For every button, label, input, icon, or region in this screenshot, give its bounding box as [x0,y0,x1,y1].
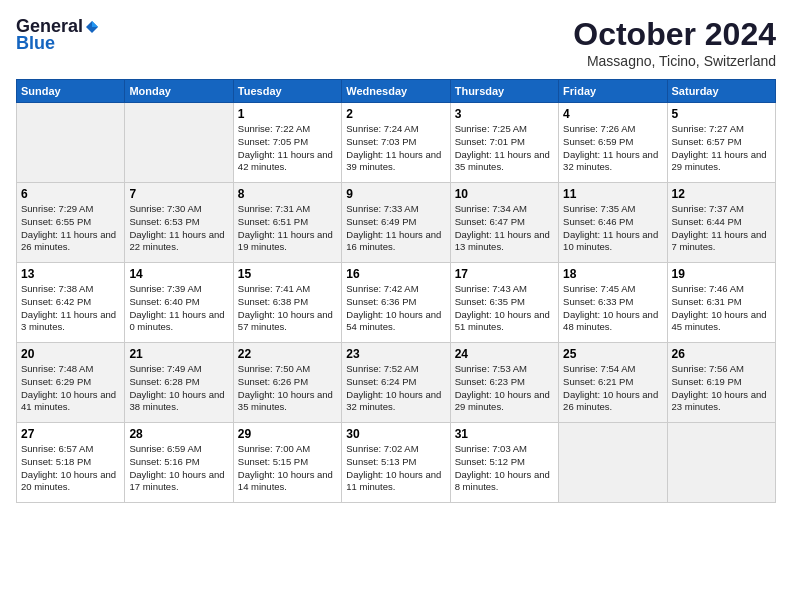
month-title: October 2024 [573,16,776,53]
day-number: 26 [672,347,771,361]
calendar-cell: 21Sunrise: 7:49 AM Sunset: 6:28 PM Dayli… [125,343,233,423]
day-number: 4 [563,107,662,121]
cell-sun-info: Sunrise: 7:29 AM Sunset: 6:55 PM Dayligh… [21,203,120,254]
logo-icon [84,19,100,35]
cell-sun-info: Sunrise: 6:59 AM Sunset: 5:16 PM Dayligh… [129,443,228,494]
logo-blue: Blue [16,33,55,54]
cell-sun-info: Sunrise: 7:38 AM Sunset: 6:42 PM Dayligh… [21,283,120,334]
day-number: 7 [129,187,228,201]
calendar-cell: 18Sunrise: 7:45 AM Sunset: 6:33 PM Dayli… [559,263,667,343]
cell-sun-info: Sunrise: 7:54 AM Sunset: 6:21 PM Dayligh… [563,363,662,414]
cell-sun-info: Sunrise: 7:30 AM Sunset: 6:53 PM Dayligh… [129,203,228,254]
calendar-week-row: 13Sunrise: 7:38 AM Sunset: 6:42 PM Dayli… [17,263,776,343]
day-number: 27 [21,427,120,441]
cell-sun-info: Sunrise: 7:27 AM Sunset: 6:57 PM Dayligh… [672,123,771,174]
cell-sun-info: Sunrise: 7:33 AM Sunset: 6:49 PM Dayligh… [346,203,445,254]
day-number: 13 [21,267,120,281]
cell-sun-info: Sunrise: 7:46 AM Sunset: 6:31 PM Dayligh… [672,283,771,334]
day-number: 31 [455,427,554,441]
day-header-wednesday: Wednesday [342,80,450,103]
calendar-cell: 12Sunrise: 7:37 AM Sunset: 6:44 PM Dayli… [667,183,775,263]
cell-sun-info: Sunrise: 7:37 AM Sunset: 6:44 PM Dayligh… [672,203,771,254]
calendar-cell: 13Sunrise: 7:38 AM Sunset: 6:42 PM Dayli… [17,263,125,343]
calendar-cell: 19Sunrise: 7:46 AM Sunset: 6:31 PM Dayli… [667,263,775,343]
calendar-cell: 31Sunrise: 7:03 AM Sunset: 5:12 PM Dayli… [450,423,558,503]
day-number: 18 [563,267,662,281]
cell-sun-info: Sunrise: 7:49 AM Sunset: 6:28 PM Dayligh… [129,363,228,414]
calendar-cell: 11Sunrise: 7:35 AM Sunset: 6:46 PM Dayli… [559,183,667,263]
cell-sun-info: Sunrise: 7:24 AM Sunset: 7:03 PM Dayligh… [346,123,445,174]
calendar-cell: 15Sunrise: 7:41 AM Sunset: 6:38 PM Dayli… [233,263,341,343]
calendar-cell: 5Sunrise: 7:27 AM Sunset: 6:57 PM Daylig… [667,103,775,183]
day-number: 19 [672,267,771,281]
day-number: 28 [129,427,228,441]
calendar-week-row: 1Sunrise: 7:22 AM Sunset: 7:05 PM Daylig… [17,103,776,183]
calendar-cell: 25Sunrise: 7:54 AM Sunset: 6:21 PM Dayli… [559,343,667,423]
day-header-sunday: Sunday [17,80,125,103]
location-subtitle: Massagno, Ticino, Switzerland [573,53,776,69]
calendar-cell [667,423,775,503]
cell-sun-info: Sunrise: 7:34 AM Sunset: 6:47 PM Dayligh… [455,203,554,254]
day-header-tuesday: Tuesday [233,80,341,103]
calendar-cell: 8Sunrise: 7:31 AM Sunset: 6:51 PM Daylig… [233,183,341,263]
svg-marker-1 [92,21,98,27]
calendar-cell: 28Sunrise: 6:59 AM Sunset: 5:16 PM Dayli… [125,423,233,503]
cell-sun-info: Sunrise: 7:35 AM Sunset: 6:46 PM Dayligh… [563,203,662,254]
day-number: 21 [129,347,228,361]
calendar-cell: 9Sunrise: 7:33 AM Sunset: 6:49 PM Daylig… [342,183,450,263]
day-number: 29 [238,427,337,441]
calendar-cell: 24Sunrise: 7:53 AM Sunset: 6:23 PM Dayli… [450,343,558,423]
cell-sun-info: Sunrise: 7:22 AM Sunset: 7:05 PM Dayligh… [238,123,337,174]
day-number: 24 [455,347,554,361]
day-number: 8 [238,187,337,201]
day-number: 3 [455,107,554,121]
day-number: 23 [346,347,445,361]
day-number: 14 [129,267,228,281]
day-number: 20 [21,347,120,361]
day-number: 6 [21,187,120,201]
calendar-cell: 1Sunrise: 7:22 AM Sunset: 7:05 PM Daylig… [233,103,341,183]
cell-sun-info: Sunrise: 7:00 AM Sunset: 5:15 PM Dayligh… [238,443,337,494]
cell-sun-info: Sunrise: 7:42 AM Sunset: 6:36 PM Dayligh… [346,283,445,334]
day-header-thursday: Thursday [450,80,558,103]
calendar-table: SundayMondayTuesdayWednesdayThursdayFrid… [16,79,776,503]
day-number: 5 [672,107,771,121]
cell-sun-info: Sunrise: 7:26 AM Sunset: 6:59 PM Dayligh… [563,123,662,174]
calendar-cell: 3Sunrise: 7:25 AM Sunset: 7:01 PM Daylig… [450,103,558,183]
day-number: 22 [238,347,337,361]
calendar-cell: 23Sunrise: 7:52 AM Sunset: 6:24 PM Dayli… [342,343,450,423]
cell-sun-info: Sunrise: 7:52 AM Sunset: 6:24 PM Dayligh… [346,363,445,414]
cell-sun-info: Sunrise: 7:50 AM Sunset: 6:26 PM Dayligh… [238,363,337,414]
day-header-monday: Monday [125,80,233,103]
day-number: 25 [563,347,662,361]
day-number: 16 [346,267,445,281]
day-header-friday: Friday [559,80,667,103]
day-number: 9 [346,187,445,201]
day-number: 12 [672,187,771,201]
cell-sun-info: Sunrise: 7:45 AM Sunset: 6:33 PM Dayligh… [563,283,662,334]
calendar-cell [17,103,125,183]
calendar-cell: 30Sunrise: 7:02 AM Sunset: 5:13 PM Dayli… [342,423,450,503]
calendar-cell: 7Sunrise: 7:30 AM Sunset: 6:53 PM Daylig… [125,183,233,263]
calendar-cell: 29Sunrise: 7:00 AM Sunset: 5:15 PM Dayli… [233,423,341,503]
calendar-week-row: 6Sunrise: 7:29 AM Sunset: 6:55 PM Daylig… [17,183,776,263]
title-block: October 2024 Massagno, Ticino, Switzerla… [573,16,776,69]
calendar-cell: 2Sunrise: 7:24 AM Sunset: 7:03 PM Daylig… [342,103,450,183]
day-number: 2 [346,107,445,121]
calendar-cell: 27Sunrise: 6:57 AM Sunset: 5:18 PM Dayli… [17,423,125,503]
calendar-cell: 6Sunrise: 7:29 AM Sunset: 6:55 PM Daylig… [17,183,125,263]
cell-sun-info: Sunrise: 7:03 AM Sunset: 5:12 PM Dayligh… [455,443,554,494]
day-number: 10 [455,187,554,201]
day-number: 11 [563,187,662,201]
cell-sun-info: Sunrise: 7:39 AM Sunset: 6:40 PM Dayligh… [129,283,228,334]
calendar-cell [559,423,667,503]
cell-sun-info: Sunrise: 7:43 AM Sunset: 6:35 PM Dayligh… [455,283,554,334]
calendar-cell: 16Sunrise: 7:42 AM Sunset: 6:36 PM Dayli… [342,263,450,343]
cell-sun-info: Sunrise: 7:25 AM Sunset: 7:01 PM Dayligh… [455,123,554,174]
calendar-cell [125,103,233,183]
cell-sun-info: Sunrise: 7:53 AM Sunset: 6:23 PM Dayligh… [455,363,554,414]
calendar-cell: 14Sunrise: 7:39 AM Sunset: 6:40 PM Dayli… [125,263,233,343]
calendar-header-row: SundayMondayTuesdayWednesdayThursdayFrid… [17,80,776,103]
cell-sun-info: Sunrise: 7:02 AM Sunset: 5:13 PM Dayligh… [346,443,445,494]
day-number: 30 [346,427,445,441]
